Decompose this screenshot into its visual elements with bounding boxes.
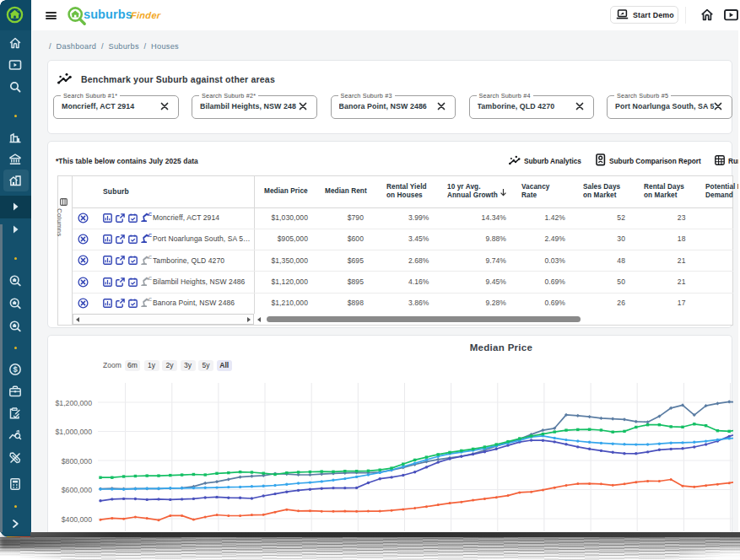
svg-text:C: C — [149, 213, 152, 217]
svg-text:C: C — [149, 277, 152, 281]
svg-text:C: C — [149, 234, 152, 238]
svg-text:C: C — [149, 298, 152, 302]
svg-text:C: C — [149, 256, 152, 260]
